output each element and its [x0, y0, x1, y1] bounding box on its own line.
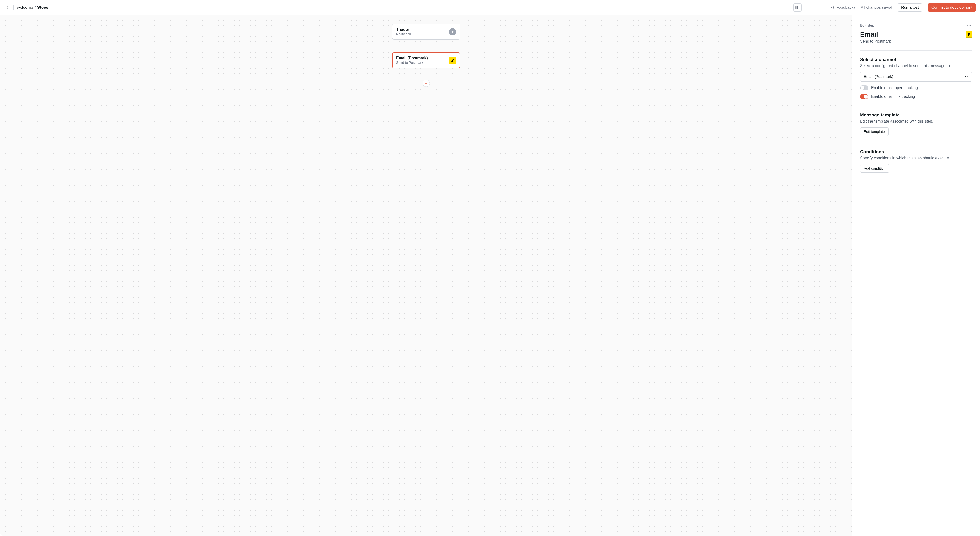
lightning-icon: [451, 30, 454, 34]
flow-edge: [426, 68, 426, 80]
template-description: Edit the template associated with this s…: [860, 119, 972, 123]
channel-description: Select a configured channel to send this…: [860, 64, 972, 68]
template-heading: Message template: [860, 112, 972, 118]
open-tracking-toggle[interactable]: [860, 85, 868, 90]
trigger-node-title: Trigger: [396, 27, 411, 32]
toggle-panel-button[interactable]: [793, 3, 802, 12]
feedback-label: Feedback?: [836, 5, 856, 10]
svg-point-5: [967, 25, 968, 26]
dots-horizontal-icon: [967, 23, 972, 27]
conditions-description: Specify conditions in which this step sh…: [860, 156, 972, 160]
breadcrumb-current: Steps: [37, 5, 48, 10]
svg-rect-2: [796, 6, 797, 9]
email-node-subtitle: Send to Postmark: [396, 61, 428, 65]
chevron-down-icon: [964, 75, 968, 79]
trigger-node[interactable]: Trigger Notify call: [392, 24, 460, 40]
trigger-node-icon: [449, 28, 456, 35]
flow-edge: [426, 40, 426, 52]
link-tracking-toggle[interactable]: [860, 94, 868, 99]
email-step-node[interactable]: Email (Postmark) Send to Postmark P: [392, 52, 460, 68]
breadcrumb: welcome / Steps: [17, 5, 48, 10]
header-bar: welcome / Steps Feedback? All changes sa…: [0, 0, 980, 15]
edit-template-button[interactable]: Edit template: [860, 128, 889, 136]
postmark-icon: P: [449, 57, 456, 64]
email-node-title: Email (Postmark): [396, 56, 428, 60]
panel-eyebrow: Edit step: [860, 23, 874, 27]
run-test-button[interactable]: Run a test: [897, 3, 923, 12]
panel-title: Email: [860, 30, 878, 38]
add-step-button[interactable]: [423, 80, 430, 87]
add-condition-button[interactable]: Add condition: [860, 164, 889, 172]
link-tracking-label: Enable email link tracking: [871, 94, 915, 99]
open-tracking-label: Enable email open tracking: [871, 86, 918, 90]
plus-icon: [425, 81, 428, 85]
channel-select[interactable]: Email (Postmark): [860, 72, 972, 81]
conditions-heading: Conditions: [860, 149, 972, 155]
channel-select-value: Email (Postmark): [864, 75, 893, 79]
panel-subtitle: Send to Postmark: [860, 39, 972, 43]
conditions-section: Conditions Specify conditions in which t…: [860, 143, 972, 172]
edit-step-panel: Edit step Email P Send to Postmark Selec…: [852, 15, 980, 536]
chevron-left-icon: [5, 5, 10, 10]
save-status: All changes saved: [861, 5, 892, 10]
template-section: Message template Edit the template assoc…: [860, 106, 972, 136]
svg-point-6: [969, 25, 969, 26]
breadcrumb-separator: /: [35, 5, 36, 10]
back-button[interactable]: [4, 4, 11, 11]
postmark-icon: P: [966, 31, 972, 38]
main-area: Trigger Notify call Email (Postmark) Sen…: [0, 15, 980, 536]
workflow-canvas[interactable]: Trigger Notify call Email (Postmark) Sen…: [0, 15, 852, 536]
channel-section: Select a channel Select a configured cha…: [860, 50, 972, 99]
header-divider: [13, 5, 14, 10]
svg-point-7: [970, 25, 971, 26]
header-actions: Feedback? All changes saved Run a test C…: [830, 3, 976, 12]
app-window: welcome / Steps Feedback? All changes sa…: [0, 0, 980, 536]
breadcrumb-root[interactable]: welcome: [17, 5, 33, 10]
workflow-flow: Trigger Notify call Email (Postmark) Sen…: [392, 24, 460, 87]
more-actions-button[interactable]: [966, 22, 972, 28]
channel-heading: Select a channel: [860, 57, 972, 62]
megaphone-icon: [830, 6, 834, 10]
trigger-node-subtitle: Notify call: [396, 32, 411, 36]
commit-button[interactable]: Commit to development: [928, 3, 976, 12]
panel-layout-icon: [795, 5, 800, 10]
feedback-link[interactable]: Feedback?: [830, 5, 856, 10]
